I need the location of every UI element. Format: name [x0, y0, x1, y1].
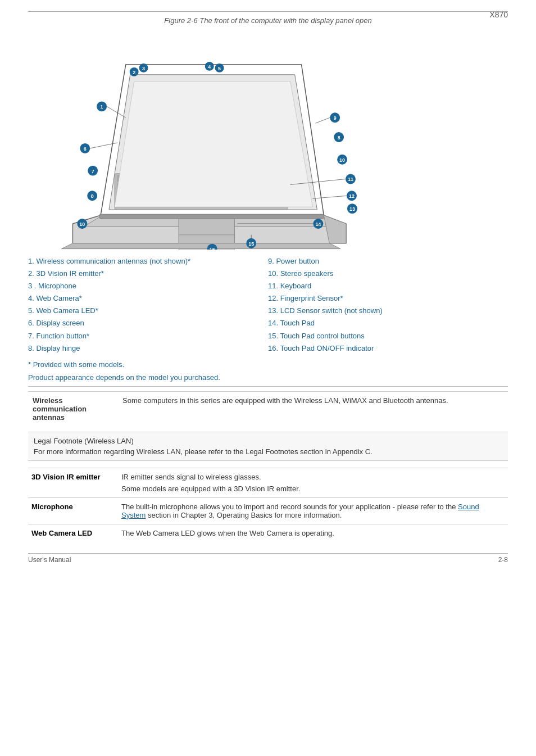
svg-text:14: 14: [315, 221, 321, 227]
list-item: 12. Fingerprint Sensor*: [268, 292, 508, 305]
detail-row-3: Web Camera LED The Web Camera LED glows …: [28, 524, 508, 542]
svg-text:15: 15: [248, 241, 254, 247]
list-item: 1. Wireless communication antennas (not …: [28, 255, 268, 268]
top-border: [28, 11, 508, 12]
detail-term-2: Microphone: [28, 497, 118, 524]
svg-text:6: 6: [84, 146, 87, 152]
detail-term-1: 3D Vision IR emitter: [28, 468, 118, 497]
wireless-table: Wireless communication antennas Some com…: [28, 391, 508, 426]
footer-left: User's Manual: [28, 556, 71, 564]
detail-desc-2: The built-in microphone allows you to im…: [118, 497, 508, 524]
svg-text:8: 8: [338, 135, 340, 141]
svg-text:4: 4: [208, 64, 211, 70]
list-item: 3 . Microphone: [28, 280, 268, 292]
svg-line-28: [90, 143, 117, 148]
detail-desc-line-1b: Some models are equipped with a 3D Visio…: [121, 485, 505, 493]
svg-marker-14: [62, 243, 341, 249]
svg-text:1: 1: [101, 104, 103, 110]
footnote-star: * Provided with some models.: [28, 360, 508, 369]
svg-marker-11: [115, 82, 313, 207]
list-item: 11. Keyboard: [268, 280, 508, 292]
svg-text:10: 10: [339, 157, 345, 163]
svg-text:8: 8: [91, 193, 94, 199]
footer-bar: User's Manual 2-8: [28, 553, 508, 564]
legal-body: For more information regarding Wireless …: [34, 447, 502, 456]
list-item: 9. Power button: [268, 255, 508, 268]
list-item: 6. Display screen: [28, 317, 268, 329]
legal-box: Legal Footnote (Wireless LAN) For more i…: [28, 432, 508, 461]
parts-col-right: 9. Power button 10. Stereo speakers 11. …: [268, 255, 508, 355]
list-item: 5. Web Camera LED*: [28, 305, 268, 317]
wireless-term: Wireless communication antennas: [28, 391, 118, 426]
list-item: 14. Touch Pad: [268, 317, 508, 329]
detail-desc-1: IR emitter sends signal to wireless glas…: [118, 468, 508, 497]
model-label: X870: [489, 10, 508, 19]
detail-desc-3: The Web Camera LED glows when the Web Ca…: [118, 524, 508, 542]
list-item: 15. Touch Pad control buttons: [268, 330, 508, 342]
svg-line-37: [315, 117, 330, 123]
list-item: 4. Web Camera*: [28, 292, 268, 305]
list-item: 8. Display hinge: [28, 342, 268, 355]
sound-system-link[interactable]: Sound System: [121, 503, 479, 519]
list-item: 13. LCD Sensor switch (not shown): [268, 305, 508, 317]
svg-text:5: 5: [218, 66, 221, 71]
detail-row-1: 3D Vision IR emitter IR emitter sends si…: [28, 468, 508, 497]
footnote-appearance: Product appearance depends on the model …: [28, 373, 508, 382]
parts-col-left: 1. Wireless communication antennas (not …: [28, 255, 268, 355]
detail-row-2: Microphone The built-in microphone allow…: [28, 497, 508, 524]
wireless-row: Wireless communication antennas Some com…: [28, 391, 508, 426]
parts-list: 1. Wireless communication antennas (not …: [28, 255, 508, 355]
list-item: 2. 3D Vision IR emitter*: [28, 268, 268, 280]
list-item: 16. Touch Pad ON/OFF indicator: [268, 342, 508, 355]
svg-text:9: 9: [334, 115, 337, 121]
svg-rect-12: [99, 214, 324, 219]
svg-text:11: 11: [348, 176, 353, 182]
detail-desc-line-1a: IR emitter sends signal to wireless glas…: [121, 473, 505, 481]
svg-text:13: 13: [349, 206, 355, 212]
svg-text:3: 3: [142, 66, 145, 71]
svg-text:10: 10: [79, 221, 85, 227]
wireless-description: Some computers in this series are equipp…: [118, 391, 508, 426]
list-item: 10. Stereo speakers: [268, 268, 508, 280]
figure-caption: Figure 2-6 The front of the computer wit…: [28, 16, 508, 25]
laptop-diagram: 1 2 3 4 5 6 7 8: [28, 30, 508, 250]
divider-1: [28, 386, 508, 387]
svg-text:16: 16: [210, 247, 215, 250]
svg-text:12: 12: [349, 193, 355, 199]
footer-right: 2-8: [498, 556, 508, 564]
svg-text:2: 2: [133, 70, 135, 75]
page: X870 Figure 2-6 The front of the compute…: [0, 0, 536, 756]
svg-text:7: 7: [92, 169, 94, 174]
list-item: 7. Function button*: [28, 330, 268, 342]
diagram-svg: 1 2 3 4 5 6 7 8: [28, 30, 508, 250]
svg-line-47: [312, 196, 347, 198]
svg-line-17: [107, 106, 126, 117]
detail-term-3: Web Camera LED: [28, 524, 118, 542]
details-table: 3D Vision IR emitter IR emitter sends si…: [28, 468, 508, 542]
legal-title: Legal Footnote (Wireless LAN): [34, 437, 502, 445]
